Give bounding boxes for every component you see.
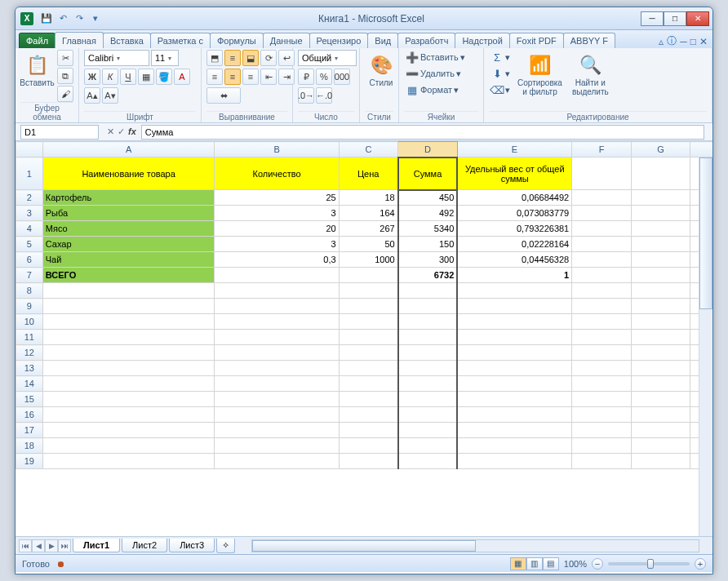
active-cell[interactable]: Сумма (398, 157, 458, 190)
percent-icon[interactable]: % (316, 69, 332, 85)
cell[interactable] (631, 345, 690, 361)
ribbon-minimize-icon[interactable]: ▵ (659, 36, 664, 47)
cell[interactable] (631, 237, 690, 252)
row-header[interactable]: 19 (16, 454, 43, 469)
row-header[interactable]: 17 (16, 423, 43, 438)
group-label-editing[interactable]: Редактирование (489, 111, 707, 122)
sheet-tab-1[interactable]: Лист1 (73, 539, 120, 552)
cell[interactable] (42, 283, 215, 299)
row-header[interactable]: 9 (16, 299, 43, 314)
cell[interactable]: Чай (42, 252, 215, 268)
cell[interactable] (215, 423, 339, 438)
fill-button[interactable]: ⬇▾ (489, 66, 512, 81)
italic-button[interactable]: К (102, 69, 118, 85)
horizontal-scrollbar[interactable] (251, 539, 699, 552)
cell[interactable] (457, 392, 571, 407)
cell[interactable] (398, 283, 458, 299)
underline-button[interactable]: Ч (120, 69, 136, 85)
cell[interactable] (42, 454, 215, 469)
cell[interactable] (339, 454, 398, 469)
col-header-B[interactable]: B (215, 142, 339, 157)
view-page-break-icon[interactable]: ▤ (543, 557, 559, 570)
cell[interactable] (631, 438, 690, 454)
cell[interactable] (631, 454, 690, 469)
align-right-icon[interactable]: ≡ (242, 69, 259, 85)
doc-minimize-icon[interactable]: ─ (680, 36, 687, 47)
cell[interactable] (457, 361, 571, 376)
paste-button[interactable]: 📋 Вставить (20, 50, 54, 90)
align-middle-icon[interactable]: ≡ (224, 50, 241, 66)
cell[interactable] (339, 299, 398, 314)
group-label-styles[interactable]: Стили (365, 111, 393, 122)
new-sheet-button[interactable]: ✧ (216, 539, 235, 553)
cell[interactable] (572, 252, 632, 268)
delete-cells-button[interactable]: ➖Удалить ▾ (404, 66, 463, 81)
format-painter-icon[interactable]: 🖌 (57, 86, 73, 102)
close-button[interactable]: ✕ (686, 11, 709, 26)
cancel-formula-icon[interactable]: ✕ (107, 126, 114, 137)
cell[interactable] (339, 438, 398, 454)
align-left-icon[interactable]: ≡ (206, 69, 223, 85)
cell[interactable] (339, 268, 398, 283)
cell[interactable]: Мясо (42, 221, 215, 237)
cell[interactable] (457, 330, 571, 345)
cell[interactable] (215, 330, 339, 345)
cell[interactable] (398, 392, 458, 407)
cell[interactable] (215, 454, 339, 469)
tab-data[interactable]: Данные (263, 33, 310, 48)
wrap-text-icon[interactable]: ↩ (278, 50, 295, 66)
sheet-tab-3[interactable]: Лист3 (169, 539, 215, 552)
cell[interactable] (398, 376, 458, 392)
cell[interactable] (572, 314, 632, 330)
cell[interactable] (398, 361, 458, 376)
col-header-A[interactable]: A (42, 142, 215, 157)
tab-addins[interactable]: Надстрой (455, 33, 509, 48)
cell[interactable]: Картофель (42, 190, 215, 206)
cell[interactable] (572, 376, 632, 392)
sort-filter-button[interactable]: 📶 Сортировка и фильтр (513, 50, 566, 99)
sheet-nav-prev-icon[interactable]: ◀ (32, 539, 45, 552)
cell[interactable]: Наименование товара (42, 157, 215, 190)
row-header[interactable]: 16 (16, 407, 43, 423)
row-header[interactable]: 5 (16, 237, 43, 252)
col-header-C[interactable]: C (339, 142, 398, 157)
cell[interactable] (631, 157, 690, 190)
tab-home[interactable]: Главная (55, 32, 104, 48)
cell[interactable]: 5340 (398, 221, 458, 237)
row-header[interactable]: 1 (16, 157, 43, 190)
cell[interactable] (631, 268, 690, 283)
cut-icon[interactable]: ✂ (57, 50, 73, 66)
cell[interactable] (457, 376, 571, 392)
tab-foxit[interactable]: Foxit PDF (509, 33, 564, 48)
cell[interactable] (572, 454, 632, 469)
row-header[interactable]: 4 (16, 221, 43, 237)
cell[interactable] (215, 283, 339, 299)
cell[interactable] (572, 237, 632, 252)
undo-icon[interactable]: ↶ (56, 12, 69, 25)
cell[interactable] (631, 376, 690, 392)
cell[interactable]: 3 (215, 237, 339, 252)
cell[interactable] (339, 314, 398, 330)
align-center-icon[interactable]: ≡ (224, 69, 241, 85)
tab-review[interactable]: Рецензиро (309, 33, 369, 48)
cell[interactable] (631, 423, 690, 438)
cell[interactable] (457, 454, 571, 469)
cell[interactable] (215, 314, 339, 330)
row-header[interactable]: 18 (16, 438, 43, 454)
cell[interactable]: 20 (215, 221, 339, 237)
autosum-button[interactable]: Σ▾ (489, 50, 512, 64)
cell[interactable]: 1000 (339, 252, 398, 268)
tab-page-layout[interactable]: Разметка с (150, 33, 211, 48)
col-header-D[interactable]: D (398, 142, 458, 157)
sheet-nav-next-icon[interactable]: ▶ (45, 539, 58, 552)
find-select-button[interactable]: 🔍 Найти и выделить (568, 50, 613, 99)
currency-icon[interactable]: ₽ (298, 69, 314, 85)
cell[interactable] (339, 345, 398, 361)
border-button[interactable]: ▦ (138, 69, 154, 85)
cell[interactable] (42, 407, 215, 423)
row-header[interactable]: 12 (16, 345, 43, 361)
cell[interactable]: 492 (398, 206, 458, 221)
cell[interactable] (215, 376, 339, 392)
cell[interactable] (457, 299, 571, 314)
cell[interactable] (398, 345, 458, 361)
